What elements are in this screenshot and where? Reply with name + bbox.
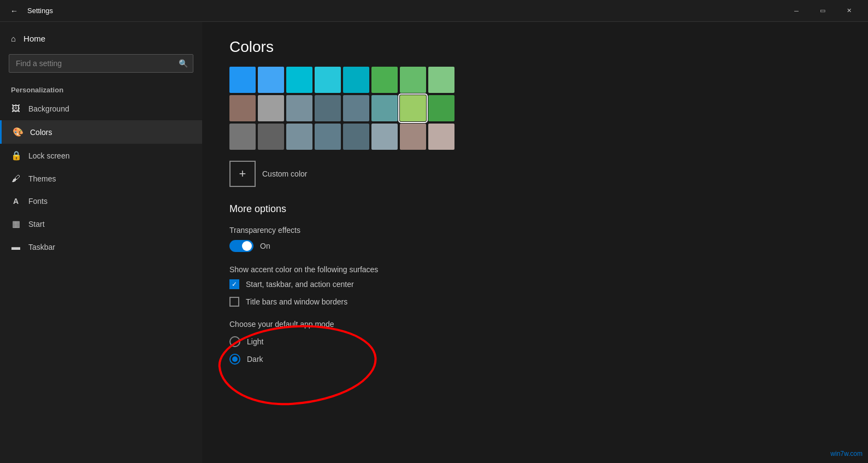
- page-title: Colors: [229, 38, 841, 56]
- checkbox-start-taskbar[interactable]: Start, taskbar, and action center: [229, 279, 841, 289]
- sidebar: ⌂ Home 🔍 Personalization 🖼 Background 🎨 …: [0, 22, 202, 463]
- toggle-thumb: [242, 241, 252, 251]
- checkbox-title-bars[interactable]: Title bars and window borders: [229, 297, 841, 307]
- app-mode-label: Choose your default app mode: [229, 320, 334, 329]
- restore-button[interactable]: ▭: [810, 2, 835, 20]
- back-button[interactable]: ←: [7, 3, 22, 19]
- red-circle-annotation: [216, 320, 379, 410]
- checkbox-title-bars-label: Title bars and window borders: [246, 297, 347, 306]
- color-swatch-13[interactable]: [371, 95, 398, 121]
- color-swatch-18[interactable]: [286, 124, 312, 150]
- main-container: ⌂ Home 🔍 Personalization 🖼 Background 🎨 …: [0, 22, 868, 463]
- color-swatch-14[interactable]: [400, 95, 426, 121]
- watermark: win7w.com: [830, 450, 863, 458]
- background-icon: 🖼: [11, 104, 21, 114]
- app-title: Settings: [27, 7, 53, 15]
- home-icon: ⌂: [11, 34, 16, 43]
- sidebar-item-colors[interactable]: 🎨 Colors: [0, 120, 202, 144]
- color-swatch-6[interactable]: [400, 67, 426, 93]
- custom-color-button[interactable]: + Custom color: [229, 161, 841, 187]
- color-swatch-15[interactable]: [428, 95, 454, 121]
- color-swatch-4[interactable]: [343, 67, 369, 93]
- taskbar-icon: ▬: [11, 242, 21, 252]
- color-swatch-7[interactable]: [428, 67, 454, 93]
- custom-color-box: +: [229, 161, 256, 187]
- sidebar-item-background-label: Background: [28, 104, 69, 113]
- color-swatch-2[interactable]: [286, 67, 312, 93]
- transparency-toggle[interactable]: [229, 240, 253, 252]
- search-icon: 🔍: [179, 59, 188, 68]
- start-icon: ▦: [11, 219, 21, 229]
- color-swatch-16[interactable]: [229, 124, 256, 150]
- sidebar-item-home[interactable]: ⌂ Home: [0, 27, 202, 50]
- color-swatch-8[interactable]: [229, 95, 256, 121]
- minimize-button[interactable]: ─: [784, 2, 809, 20]
- radio-light-btn[interactable]: [229, 336, 240, 347]
- lock-icon: 🔒: [11, 150, 21, 161]
- transparency-toggle-row: On: [229, 240, 841, 252]
- themes-icon: 🖌: [11, 174, 21, 184]
- search-container: 🔍: [9, 54, 193, 73]
- title-bar: ← Settings ─ ▭ ✕: [0, 0, 868, 22]
- checkbox-start-taskbar-box[interactable]: [229, 279, 239, 289]
- sidebar-item-background[interactable]: 🖼 Background: [0, 97, 202, 120]
- window-controls: ─ ▭ ✕: [784, 2, 861, 20]
- sidebar-item-taskbar-label: Taskbar: [28, 243, 55, 251]
- search-input[interactable]: [9, 54, 193, 73]
- radio-dark-label: Dark: [247, 355, 263, 364]
- color-swatch-9[interactable]: [258, 95, 284, 121]
- content-area: Colors + Custom color More options Trans…: [202, 22, 868, 463]
- sidebar-item-taskbar[interactable]: ▬ Taskbar: [0, 236, 202, 259]
- accent-surfaces-label: Show accent color on the following surfa…: [229, 265, 841, 274]
- sidebar-item-fonts[interactable]: A Fonts: [0, 190, 202, 212]
- radio-dark-btn[interactable]: [229, 354, 240, 365]
- app-mode-section: Choose your default app mode Light Dark: [229, 320, 334, 371]
- color-swatch-12[interactable]: [343, 95, 369, 121]
- sidebar-section-title: Personalization: [0, 80, 202, 97]
- color-swatch-19[interactable]: [315, 124, 341, 150]
- colors-icon: 🎨: [13, 127, 22, 137]
- sidebar-item-colors-label: Colors: [30, 128, 52, 137]
- color-swatch-22[interactable]: [400, 124, 426, 150]
- color-swatch-0[interactable]: [229, 67, 256, 93]
- color-swatch-23[interactable]: [428, 124, 454, 150]
- radio-dark[interactable]: Dark: [229, 354, 334, 365]
- sidebar-item-themes[interactable]: 🖌 Themes: [0, 167, 202, 190]
- close-button[interactable]: ✕: [836, 2, 861, 20]
- color-swatch-11[interactable]: [315, 95, 341, 121]
- radio-light-label: Light: [247, 337, 263, 346]
- more-options-title: More options: [229, 203, 841, 215]
- sidebar-item-fonts-label: Fonts: [28, 197, 48, 206]
- color-swatch-3[interactable]: [315, 67, 341, 93]
- home-label: Home: [23, 34, 45, 43]
- toggle-state-label: On: [260, 242, 270, 250]
- color-swatch-1[interactable]: [258, 67, 284, 93]
- color-swatch-10[interactable]: [286, 95, 312, 121]
- checkbox-start-taskbar-label: Start, taskbar, and action center: [246, 280, 354, 289]
- transparency-label: Transparency effects: [229, 226, 841, 235]
- color-swatch-17[interactable]: [258, 124, 284, 150]
- fonts-icon: A: [11, 197, 21, 206]
- sidebar-item-themes-label: Themes: [28, 174, 56, 183]
- checkbox-title-bars-box[interactable]: [229, 297, 239, 307]
- sidebar-item-lock-screen[interactable]: 🔒 Lock screen: [0, 144, 202, 167]
- color-swatch-5[interactable]: [371, 67, 398, 93]
- sidebar-item-lock-label: Lock screen: [28, 151, 69, 160]
- sidebar-item-start[interactable]: ▦ Start: [0, 212, 202, 236]
- color-swatch-20[interactable]: [343, 124, 369, 150]
- radio-light[interactable]: Light: [229, 336, 334, 347]
- color-swatch-grid: [229, 67, 841, 150]
- custom-color-label: Custom color: [262, 169, 307, 178]
- sidebar-item-start-label: Start: [28, 220, 45, 228]
- color-swatch-21[interactable]: [371, 124, 398, 150]
